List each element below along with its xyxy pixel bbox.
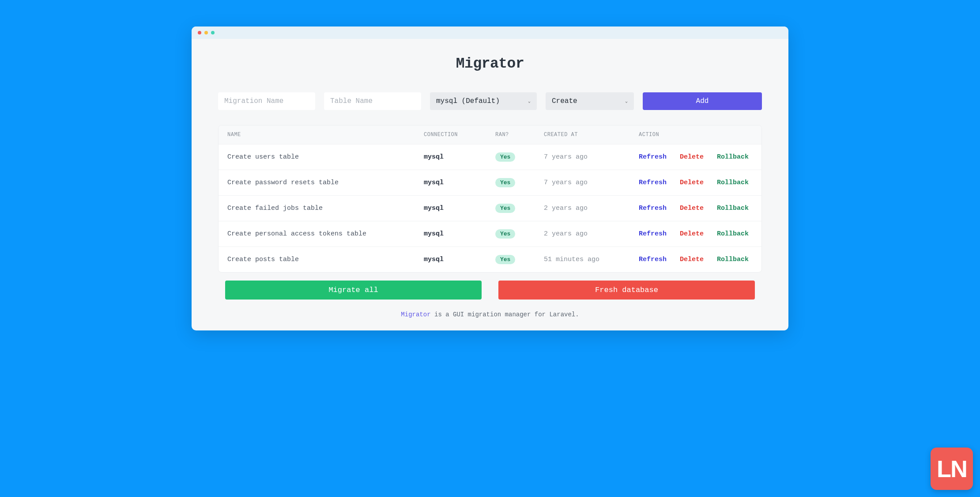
fresh-database-button[interactable]: Fresh database xyxy=(498,281,755,300)
header-name: NAME xyxy=(227,132,424,138)
delete-action[interactable]: Delete xyxy=(680,205,704,212)
ran-badge: Yes xyxy=(495,204,515,213)
ran-badge: Yes xyxy=(495,152,515,162)
migration-created-at: 7 years ago xyxy=(544,179,639,186)
migration-type-select[interactable]: Create ⌄ xyxy=(546,92,634,110)
refresh-action[interactable]: Refresh xyxy=(639,230,667,238)
ran-badge: Yes xyxy=(495,229,515,239)
ran-badge: Yes xyxy=(495,178,515,187)
header-created-at: CREATED AT xyxy=(544,132,639,138)
migration-created-at: 51 minutes ago xyxy=(544,256,639,263)
delete-action[interactable]: Delete xyxy=(680,179,704,186)
migration-name: Create personal access tokens table xyxy=(227,230,424,238)
header-action: ACTION xyxy=(639,132,753,138)
app-window: Migrator mysql (Default) ⌄ Create ⌄ Add … xyxy=(192,27,788,330)
refresh-action[interactable]: Refresh xyxy=(639,179,667,186)
table-name-input[interactable] xyxy=(324,92,421,110)
window-minimize-icon[interactable] xyxy=(204,31,208,34)
refresh-action[interactable]: Refresh xyxy=(639,205,667,212)
rollback-action[interactable]: Rollback xyxy=(717,153,749,161)
connection-select-value: mysql (Default) xyxy=(436,97,500,105)
migration-name: Create password resets table xyxy=(227,179,424,186)
migration-created-at: 2 years ago xyxy=(544,205,639,212)
table-header-row: NAME CONNECTION RAN? CREATED AT ACTION xyxy=(219,125,761,144)
migration-connection: mysql xyxy=(424,153,495,161)
ran-badge: Yes xyxy=(495,255,515,264)
migrate-all-button[interactable]: Migrate all xyxy=(225,281,482,300)
migration-name: Create users table xyxy=(227,153,424,161)
migration-connection: mysql xyxy=(424,256,495,263)
footer-text: Migrator is a GUI migration manager for … xyxy=(218,311,762,318)
migration-ran: Yes xyxy=(495,178,544,187)
migration-created-at: 7 years ago xyxy=(544,153,639,161)
migration-actions: RefreshDeleteRollback xyxy=(639,230,753,238)
table-row: Create posts tablemysqlYes51 minutes ago… xyxy=(219,247,761,272)
table-body: Create users tablemysqlYes7 years agoRef… xyxy=(219,144,761,272)
migration-ran: Yes xyxy=(495,204,544,213)
migration-connection: mysql xyxy=(424,205,495,212)
migration-connection: mysql xyxy=(424,179,495,186)
table-row: Create failed jobs tablemysqlYes2 years … xyxy=(219,195,761,221)
chevron-down-icon: ⌄ xyxy=(625,99,628,104)
migration-actions: RefreshDeleteRollback xyxy=(639,179,753,186)
table-row: Create personal access tokens tablemysql… xyxy=(219,221,761,247)
rollback-action[interactable]: Rollback xyxy=(717,205,749,212)
add-button[interactable]: Add xyxy=(643,92,762,110)
migration-actions: RefreshDeleteRollback xyxy=(639,205,753,212)
delete-action[interactable]: Delete xyxy=(680,230,704,238)
window-titlebar xyxy=(192,27,788,39)
migration-name-input[interactable] xyxy=(218,92,315,110)
page-content: Migrator mysql (Default) ⌄ Create ⌄ Add … xyxy=(192,39,788,330)
rollback-action[interactable]: Rollback xyxy=(717,230,749,238)
migration-name: Create failed jobs table xyxy=(227,205,424,212)
migration-type-value: Create xyxy=(552,97,577,105)
footer-description: is a GUI migration manager for Laravel. xyxy=(431,311,579,318)
migration-ran: Yes xyxy=(495,229,544,239)
table-row: Create password resets tablemysqlYes7 ye… xyxy=(219,170,761,195)
header-ran: RAN? xyxy=(495,132,544,138)
page-title: Migrator xyxy=(218,56,762,72)
chevron-down-icon: ⌄ xyxy=(528,99,531,104)
connection-select[interactable]: mysql (Default) ⌄ xyxy=(430,92,537,110)
delete-action[interactable]: Delete xyxy=(680,256,704,263)
table-row: Create users tablemysqlYes7 years agoRef… xyxy=(219,144,761,170)
migration-actions: RefreshDeleteRollback xyxy=(639,256,753,263)
rollback-action[interactable]: Rollback xyxy=(717,256,749,263)
migration-ran: Yes xyxy=(495,255,544,264)
window-maximize-icon[interactable] xyxy=(211,31,215,34)
refresh-action[interactable]: Refresh xyxy=(639,153,667,161)
window-close-icon[interactable] xyxy=(198,31,201,34)
rollback-action[interactable]: Rollback xyxy=(717,179,749,186)
migrations-table: NAME CONNECTION RAN? CREATED AT ACTION C… xyxy=(218,125,762,273)
migration-name: Create posts table xyxy=(227,256,424,263)
delete-action[interactable]: Delete xyxy=(680,153,704,161)
header-connection: CONNECTION xyxy=(424,132,495,138)
migration-actions: RefreshDeleteRollback xyxy=(639,153,753,161)
footer-link[interactable]: Migrator xyxy=(401,311,430,318)
migration-ran: Yes xyxy=(495,152,544,162)
bottom-buttons: Migrate all Fresh database xyxy=(218,281,762,300)
brand-logo: LN xyxy=(931,448,973,490)
create-migration-controls: mysql (Default) ⌄ Create ⌄ Add xyxy=(218,92,762,110)
refresh-action[interactable]: Refresh xyxy=(639,256,667,263)
migration-created-at: 2 years ago xyxy=(544,230,639,238)
migration-connection: mysql xyxy=(424,230,495,238)
